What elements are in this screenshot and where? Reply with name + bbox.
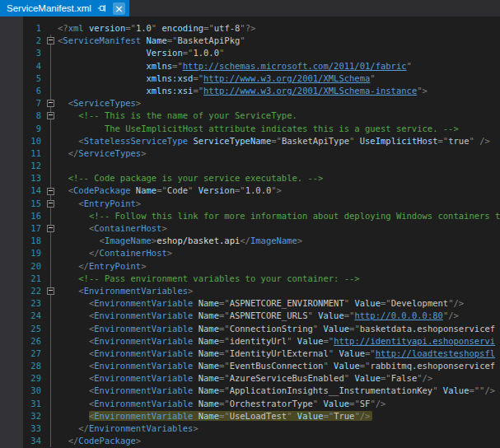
fold-marker-icon[interactable] xyxy=(45,35,56,47)
line-number: 8 xyxy=(0,110,45,122)
line-number: 11 xyxy=(0,147,45,160)
fold-marker-icon[interactable] xyxy=(45,285,56,297)
tab-servicemanifest[interactable]: ServiceManifest.xml × xyxy=(0,0,129,16)
code-line[interactable]: 16 <!-- Follow this link for more inform… xyxy=(0,210,500,222)
code-line[interactable]: 12 xyxy=(0,160,500,172)
line-number: 17 xyxy=(0,222,45,235)
outline-guide xyxy=(45,135,56,147)
line-number: 3 xyxy=(0,47,45,59)
code-area: 1<?xml version="1.0" encoding="utf-8"?>2… xyxy=(0,22,500,447)
pin-icon[interactable] xyxy=(96,2,108,14)
code-text: <EnvironmentVariable Name="ASPNETCORE_UR… xyxy=(56,310,500,322)
code-line[interactable]: 29 <EnvironmentVariable Name="AzureServi… xyxy=(0,372,500,385)
line-number: 24 xyxy=(0,310,45,322)
outline-guide xyxy=(45,72,56,85)
code-text: xmlns="http://schemas.microsoft.com/2011… xyxy=(56,60,500,72)
line-number: 5 xyxy=(0,72,45,85)
code-line[interactable]: 14 <CodePackage Name="Code" Version="1.0… xyxy=(0,184,500,197)
fold-marker-icon[interactable] xyxy=(45,110,56,122)
code-text: <EntryPoint> xyxy=(56,198,500,210)
line-number: 2 xyxy=(0,35,45,47)
code-text: </ContainerHost> xyxy=(56,247,500,259)
code-line[interactable]: 17 <ContainerHost> xyxy=(0,222,500,235)
outline-guide xyxy=(45,123,56,135)
code-line[interactable]: 18 <ImageName>eshop/basket.api</ImageNam… xyxy=(0,235,500,247)
close-icon[interactable]: × xyxy=(113,2,125,15)
outline-guide xyxy=(45,273,56,285)
outline-guide xyxy=(45,410,56,422)
outline-guide xyxy=(45,47,56,59)
code-line[interactable]: 28 <EnvironmentVariable Name="EventBusCo… xyxy=(0,360,500,372)
code-line[interactable]: 24 <EnvironmentVariable Name="ASPNETCORE… xyxy=(0,310,500,322)
outline-guide xyxy=(45,235,56,247)
code-text: <ContainerHost> xyxy=(56,222,500,235)
code-line[interactable]: 27 <EnvironmentVariable Name="IdentityUr… xyxy=(0,348,500,360)
line-number: 10 xyxy=(0,135,45,147)
line-number: 33 xyxy=(0,422,45,435)
outline-guide xyxy=(45,435,56,447)
outline-guide xyxy=(45,60,56,72)
fold-marker-icon[interactable] xyxy=(45,222,56,235)
code-line[interactable]: 6 xmlns:xsi="http://www.w3.org/2001/XMLS… xyxy=(0,85,500,97)
code-line[interactable]: 23 <EnvironmentVariable Name="ASPNETCORE… xyxy=(0,297,500,310)
outline-guide xyxy=(45,348,56,360)
match-highlight: <EnvironmentVariable Name="UseLoadTest" … xyxy=(89,411,372,421)
fold-marker-icon[interactable] xyxy=(45,97,56,110)
code-line[interactable]: 34 </CodePackage> xyxy=(0,435,500,447)
line-number: 19 xyxy=(0,247,45,259)
code-line[interactable]: 11 </ServiceTypes> xyxy=(0,147,500,160)
code-line[interactable]: 13 <!-- Code package is your service exe… xyxy=(0,172,500,184)
line-number: 23 xyxy=(0,297,45,310)
code-line[interactable]: 10 <StatelessServiceType ServiceTypeName… xyxy=(0,135,500,147)
outline-guide xyxy=(45,172,56,184)
code-line[interactable]: 1<?xml version="1.0" encoding="utf-8"?> xyxy=(0,22,500,35)
code-line[interactable]: 15 <EntryPoint> xyxy=(0,198,500,210)
outline-guide xyxy=(45,372,56,385)
code-line[interactable]: 8 <!-- This is the name of your ServiceT… xyxy=(0,110,500,122)
line-number: 13 xyxy=(0,172,45,184)
code-line[interactable]: 21 <!-- Pass environment variables to yo… xyxy=(0,273,500,285)
code-text: <ServiceManifest Name="BasketApiPkg" xyxy=(56,35,500,47)
line-number: 22 xyxy=(0,285,45,297)
code-line[interactable]: 4 xmlns="http://schemas.microsoft.com/20… xyxy=(0,60,500,72)
code-line[interactable]: 7 <ServiceTypes> xyxy=(0,97,500,110)
code-text: <EnvironmentVariable Name="ASPNETCORE_EN… xyxy=(56,297,500,310)
code-line[interactable]: 3 Version="1.0.0" xyxy=(0,47,500,59)
line-number: 14 xyxy=(0,184,45,197)
fold-marker-icon[interactable] xyxy=(45,184,56,197)
code-text: xmlns:xsi="http://www.w3.org/2001/XMLSch… xyxy=(56,85,500,97)
code-line[interactable]: 20 </EntryPoint> xyxy=(0,260,500,273)
code-line[interactable]: 33 </EnvironmentVariables> xyxy=(0,422,500,435)
line-number: 18 xyxy=(0,235,45,247)
line-number: 30 xyxy=(0,385,45,397)
code-text: The UseImplicitHost attribute indicates … xyxy=(56,123,500,135)
outline-guide xyxy=(45,260,56,273)
code-line[interactable]: 31 <EnvironmentVariable Name="Orchestrat… xyxy=(0,398,500,410)
line-number: 26 xyxy=(0,335,45,348)
code-line[interactable]: 2<ServiceManifest Name="BasketApiPkg" xyxy=(0,35,500,47)
fold-marker-icon[interactable] xyxy=(45,198,56,210)
line-number: 32 xyxy=(0,410,45,422)
code-line[interactable]: 9 The UseImplicitHost attribute indicate… xyxy=(0,123,500,135)
line-number: 34 xyxy=(0,435,45,447)
line-number: 15 xyxy=(0,198,45,210)
code-line[interactable]: 22 <EnvironmentVariables> xyxy=(0,285,500,297)
code-editor: 1<?xml version="1.0" encoding="utf-8"?>2… xyxy=(0,16,500,448)
code-line[interactable]: 25 <EnvironmentVariable Name="Connection… xyxy=(0,323,500,335)
tab-title: ServiceManifest.xml xyxy=(7,3,91,13)
outline-guide xyxy=(45,323,56,335)
outline-guide xyxy=(45,247,56,259)
code-text: </EntryPoint> xyxy=(56,260,500,273)
line-number: 9 xyxy=(0,123,45,135)
outline-guide xyxy=(45,210,56,222)
code-text: <!-- Pass environment variables to your … xyxy=(56,273,500,285)
code-line[interactable]: 26 <EnvironmentVariable Name="identityUr… xyxy=(0,335,500,348)
line-number: 12 xyxy=(0,160,45,172)
code-line[interactable]: 5 xmlns:xsd="http://www.w3.org/2001/XMLS… xyxy=(0,72,500,85)
outline-guide xyxy=(45,422,56,435)
code-text: Version="1.0.0" xyxy=(56,47,500,59)
code-line[interactable]: 32 <EnvironmentVariable Name="UseLoadTes… xyxy=(0,410,500,422)
code-line[interactable]: 30 <EnvironmentVariable Name="Applicatio… xyxy=(0,385,500,397)
code-text: <EnvironmentVariable Name="UseLoadTest" … xyxy=(56,410,500,422)
code-line[interactable]: 19 </ContainerHost> xyxy=(0,247,500,259)
